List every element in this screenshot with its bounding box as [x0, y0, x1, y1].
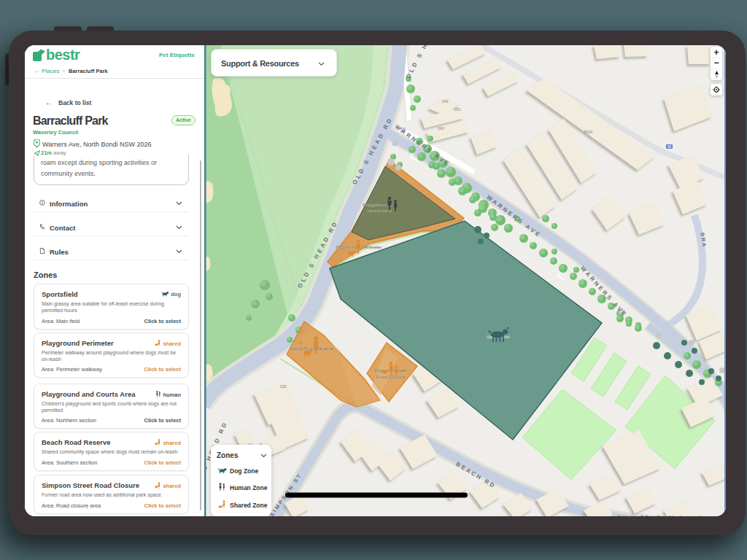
svg-text:88: 88: [667, 145, 672, 149]
svg-text:343: 343: [437, 126, 444, 131]
svg-text:349: 349: [441, 99, 448, 104]
svg-text:© Mapbox © OpenStreetMap Impro: © Mapbox © OpenStreetMap Improve this ma…: [617, 515, 716, 517]
svg-text:351: 351: [454, 107, 460, 112]
svg-text:Road Closure: Road Closure: [376, 375, 405, 379]
svg-text:Courts Area: Courts Area: [367, 209, 392, 213]
svg-text:355A: 355A: [584, 130, 593, 134]
svg-text:339: 339: [279, 384, 286, 389]
